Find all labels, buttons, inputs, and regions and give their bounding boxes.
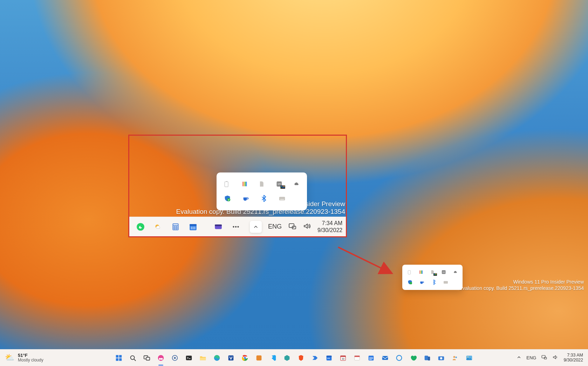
file-icon[interactable] — [258, 181, 265, 188]
media-player-icon[interactable] — [213, 222, 223, 232]
calendar-date-icon[interactable]: 30 — [339, 353, 348, 362]
language-indicator[interactable]: ENG — [526, 355, 536, 360]
svg-rect-0 — [225, 182, 228, 187]
family-icon[interactable] — [409, 353, 418, 362]
file-explorer-icon[interactable] — [198, 353, 207, 362]
system-tray-enlarged: ENG 7:34 AM 9/30/2022 — [250, 220, 347, 233]
hex-app-icon[interactable] — [282, 353, 292, 362]
virtualbox-icon[interactable] — [226, 353, 235, 362]
calendar-mail-icon[interactable] — [367, 353, 376, 362]
svg-rect-25 — [175, 227, 176, 228]
caffeine-icon[interactable] — [419, 279, 425, 285]
weather-temp: 51°F — [18, 353, 43, 358]
svg-rect-35 — [191, 228, 192, 229]
caffeine-icon[interactable] — [242, 195, 249, 202]
svg-rect-32 — [191, 227, 192, 228]
keyboard-icon[interactable] — [278, 195, 286, 202]
app-card-icon[interactable] — [353, 353, 362, 362]
vscode-icon[interactable] — [268, 353, 278, 362]
cortana-icon[interactable] — [395, 353, 404, 362]
people-icon[interactable] — [451, 353, 460, 362]
bluetooth-icon[interactable] — [431, 279, 437, 285]
windows-security-icon[interactable] — [407, 279, 413, 285]
taskbar-pinned-apps: 30 — [114, 353, 474, 362]
outlook-calendar-icon[interactable] — [324, 353, 334, 362]
power-automate-icon[interactable] — [310, 353, 320, 362]
brave-icon[interactable] — [296, 353, 306, 362]
svg-rect-24 — [173, 227, 175, 228]
start-button[interactable] — [114, 353, 123, 362]
tray-overflow-button[interactable] — [517, 355, 521, 361]
svg-point-40 — [233, 226, 234, 227]
svg-rect-23 — [177, 226, 178, 226]
language-indicator[interactable]: ENG — [268, 223, 282, 230]
whatsapp-icon[interactable] — [136, 222, 145, 232]
volume-icon[interactable] — [303, 222, 311, 232]
svg-point-95 — [453, 356, 456, 358]
powertoys-icon[interactable] — [418, 270, 423, 275]
taskbar-enlarged-segment: ENG 7:34 AM 9/30/2022 — [129, 217, 346, 236]
battery-icon[interactable] — [407, 270, 412, 275]
search-button[interactable] — [128, 353, 137, 362]
vmware-icon[interactable]: vm — [276, 181, 283, 188]
phone-link-icon[interactable] — [423, 353, 432, 362]
settings-icon[interactable] — [170, 353, 179, 362]
svg-rect-58 — [444, 281, 448, 284]
windows-security-icon[interactable] — [224, 195, 231, 202]
svg-rect-48 — [421, 270, 421, 274]
svg-rect-27 — [173, 229, 175, 229]
weather-widget[interactable]: ⛅ 51°F Mostly cloudy — [0, 353, 63, 362]
svg-rect-61 — [116, 358, 118, 360]
weather-icon[interactable] — [153, 222, 163, 232]
calculator-icon[interactable] — [171, 222, 180, 232]
svg-rect-1 — [226, 181, 227, 182]
powertoys-icon[interactable] — [241, 181, 248, 188]
tray-overflow-button[interactable] — [250, 221, 262, 233]
svg-rect-33 — [192, 227, 193, 228]
svg-rect-5 — [246, 182, 246, 186]
bluetooth-icon[interactable] — [260, 195, 268, 202]
edge-icon[interactable] — [212, 353, 221, 362]
mail-icon[interactable] — [381, 353, 390, 362]
cast-icon[interactable] — [541, 354, 547, 362]
volume-icon[interactable] — [552, 354, 559, 362]
app-icon[interactable] — [254, 353, 264, 362]
svg-rect-20 — [173, 224, 178, 225]
svg-rect-16 — [280, 199, 284, 200]
svg-rect-26 — [177, 227, 178, 228]
file-icon[interactable] — [430, 270, 435, 275]
onedrive-icon[interactable] — [293, 181, 300, 188]
svg-rect-50 — [422, 270, 423, 274]
battery-icon[interactable] — [224, 181, 231, 188]
vmware-icon[interactable]: vm — [441, 270, 446, 275]
svg-rect-10 — [282, 186, 283, 187]
chrome-icon[interactable] — [240, 353, 249, 362]
svg-rect-46 — [408, 270, 410, 274]
svg-text:30: 30 — [342, 357, 344, 360]
clock-enlarged[interactable]: 7:34 AM 9/30/2022 — [317, 220, 342, 233]
camera-icon[interactable] — [437, 353, 446, 362]
onedrive-icon[interactable] — [453, 270, 458, 275]
svg-rect-87 — [355, 355, 360, 357]
svg-rect-66 — [146, 357, 150, 360]
snipping-tool-icon[interactable] — [156, 353, 165, 362]
photos-icon[interactable] — [465, 353, 474, 362]
keyboard-icon[interactable] — [443, 279, 449, 285]
outlook-calendar-icon[interactable] — [188, 222, 198, 232]
terminal-icon[interactable] — [184, 353, 193, 362]
svg-rect-60 — [119, 355, 122, 357]
cast-icon[interactable] — [288, 222, 296, 232]
svg-rect-39 — [215, 224, 222, 226]
svg-rect-91 — [425, 355, 428, 360]
more-icon[interactable] — [231, 222, 241, 232]
clock[interactable]: 7:33 AM 9/30/2022 — [563, 353, 583, 363]
weather-icon: ⛅ — [5, 353, 14, 362]
svg-point-63 — [131, 355, 135, 359]
svg-point-68 — [159, 358, 161, 360]
svg-rect-99 — [542, 355, 546, 358]
task-view-button[interactable] — [142, 353, 151, 362]
svg-point-71 — [174, 357, 176, 359]
svg-rect-47 — [419, 270, 420, 274]
svg-rect-34 — [194, 227, 195, 228]
svg-rect-2 — [242, 182, 243, 186]
